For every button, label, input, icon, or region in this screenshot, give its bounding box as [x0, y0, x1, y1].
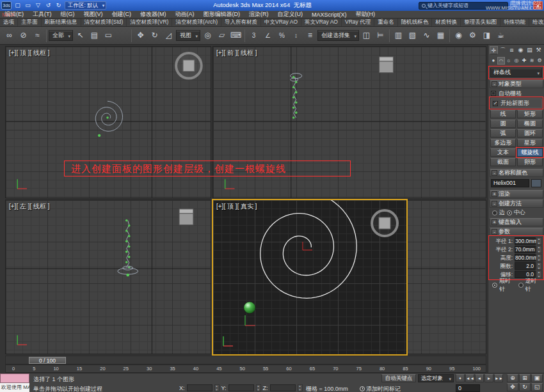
menu-customize[interactable]: 自定义(U): [273, 10, 308, 19]
curve-editor-icon[interactable]: ∿: [420, 29, 433, 42]
plugin-toolbar-button[interactable]: VRay 代理: [342, 19, 374, 26]
shape-button-ngon[interactable]: 多边形: [490, 139, 516, 147]
save-file-button[interactable]: ▽: [34, 1, 42, 10]
key-toggle-button[interactable]: ✦: [456, 374, 465, 382]
menu-views[interactable]: 视图(V): [79, 10, 108, 19]
select-and-link-icon[interactable]: ∞: [3, 29, 16, 42]
viewcube[interactable]: [372, 210, 397, 236]
time-slider[interactable]: 0 / 100: [5, 356, 486, 365]
unlink-selection-icon[interactable]: ⊘: [17, 29, 30, 42]
viewcube[interactable]: [179, 209, 193, 225]
pan-icon[interactable]: ✥: [507, 383, 518, 391]
plugin-toolbar-button[interactable]: 中文VRay AO: [261, 19, 301, 26]
plugin-toolbar-button[interactable]: 刷新结果信息: [42, 19, 81, 26]
plugin-toolbar-button[interactable]: 重命名: [374, 19, 398, 26]
close-button[interactable]: ✕: [533, 1, 543, 10]
orbit-icon[interactable]: ↻: [519, 383, 531, 391]
turns-spinner[interactable]: [536, 262, 542, 270]
category-shapes-icon[interactable]: ◠: [497, 57, 505, 65]
render-production-icon[interactable]: ☕: [494, 29, 508, 42]
z-coordinate-field[interactable]: [270, 384, 296, 391]
menu-tools[interactable]: 工具(T): [28, 10, 56, 19]
keyboard-override-icon[interactable]: ⌨: [229, 29, 243, 42]
turns-field[interactable]: 2.0: [515, 262, 536, 270]
center-radio[interactable]: [507, 210, 512, 216]
spline-type-dropdown[interactable]: 样条线: [490, 68, 542, 77]
category-lights-icon[interactable]: ☼: [505, 57, 513, 65]
plugin-toolbar-button[interactable]: 特殊功能: [500, 19, 529, 26]
shape-button-ellipse[interactable]: 椭圆: [517, 120, 543, 128]
plugin-toolbar-button[interactable]: 给改版有错误的VRayMtl: [529, 19, 544, 26]
add-time-tag[interactable]: 添加时间标记: [360, 385, 401, 392]
object-name-field[interactable]: Helix001: [491, 179, 529, 187]
viewport-label[interactable]: [+][ 前 ][ 线框 ]: [216, 49, 257, 58]
x-coordinate-field[interactable]: [187, 384, 212, 391]
redo-button[interactable]: ↻: [54, 1, 63, 10]
select-and-manipulate-icon[interactable]: ▱: [215, 29, 228, 42]
radius1-spinner[interactable]: [536, 237, 542, 245]
previous-frame-button[interactable]: ◄: [475, 374, 484, 382]
menu-edit[interactable]: 编辑(E): [0, 10, 28, 19]
menu-rendering[interactable]: 渲染(R): [244, 10, 273, 19]
category-helpers-icon[interactable]: ✚: [520, 57, 528, 65]
rendered-frame-window-icon[interactable]: ◨: [480, 29, 493, 42]
menu-graph-editors[interactable]: 图形编辑器(D): [199, 10, 245, 19]
maxscript-mini-listener[interactable]: 欢迎使用 MAXScr: [0, 383, 29, 392]
auto-key-button[interactable]: 自动关键点: [381, 374, 416, 382]
go-to-start-button[interactable]: ◄◄: [465, 374, 474, 382]
open-file-button[interactable]: ▭: [24, 1, 32, 10]
select-by-name-icon[interactable]: ▤: [88, 29, 101, 42]
start-new-shape-checkbox[interactable]: [493, 101, 498, 106]
workspace-dropdown[interactable]: 工作区: 默认: [65, 1, 106, 10]
object-color-swatch[interactable]: [531, 179, 541, 187]
rollout-parameters[interactable]: 参数: [490, 228, 543, 236]
menu-animation[interactable]: 动画(A): [171, 10, 199, 19]
zoom-all-icon[interactable]: ⊞: [519, 374, 531, 382]
snaps-toggle-icon[interactable]: 3: [247, 29, 260, 42]
shape-button-line[interactable]: 线: [490, 110, 516, 118]
viewport-label[interactable]: [+][ 顶 ][ 线框 ]: [9, 49, 50, 58]
app-logo-icon[interactable]: 3ds: [1, 1, 12, 10]
tab-display[interactable]: ▤: [525, 46, 534, 54]
radius2-field[interactable]: 70.0mm: [515, 246, 536, 253]
ribbon-toggle-icon[interactable]: ▧: [406, 29, 419, 42]
shape-button-section[interactable]: 截面: [490, 158, 516, 166]
window-crossing-icon[interactable]: [116, 29, 129, 42]
menu-group[interactable]: 组(G): [56, 10, 79, 19]
key-selection-dropdown[interactable]: 选定对象: [418, 374, 454, 382]
x-spinner[interactable]: [214, 384, 220, 391]
viewport-active-top-realistic[interactable]: [+][ 顶 ][ 真实 ]: [212, 199, 408, 356]
time-slider-handle[interactable]: 0 / 100: [29, 357, 66, 364]
category-geometry-icon[interactable]: ●: [490, 57, 497, 65]
schematic-view-icon[interactable]: ▦: [434, 29, 447, 42]
viewport-label[interactable]: [+][ 顶 ][ 真实 ]: [216, 202, 257, 211]
height-field[interactable]: 800.0mm: [515, 254, 536, 262]
menu-create[interactable]: 创建(C): [108, 10, 136, 19]
category-space-warps-icon[interactable]: ≋: [528, 57, 536, 65]
tab-modify[interactable]: ⌒: [499, 46, 507, 54]
shape-button-helix[interactable]: 螺旋线: [517, 148, 543, 157]
rectangular-selection-region-icon[interactable]: ▭: [102, 29, 115, 42]
minimize-button[interactable]: ─: [510, 1, 520, 10]
plugin-toolbar-button[interactable]: 材质转换: [432, 19, 461, 26]
mirror-icon[interactable]: ◫: [360, 29, 373, 42]
go-to-end-button[interactable]: ►►: [494, 374, 503, 382]
reference-coordinate-dropdown[interactable]: 视图: [176, 30, 200, 41]
rollout-name-and-color[interactable]: 名称和颜色: [490, 169, 543, 177]
layer-manager-icon[interactable]: ▥: [392, 29, 405, 42]
edit-named-selection-sets-icon[interactable]: ≡: [303, 29, 317, 42]
select-and-rotate-icon[interactable]: ↻: [148, 29, 161, 42]
rollout-creation-method[interactable]: 创建方法: [490, 200, 543, 208]
maximize-button[interactable]: □: [522, 1, 531, 10]
render-setup-icon[interactable]: ⚙: [466, 29, 479, 42]
plugin-toolbar-button[interactable]: 清空材质球(Arch): [172, 19, 221, 26]
plugin-toolbar-button[interactable]: 清空材质球(Std): [81, 19, 127, 26]
material-editor-icon[interactable]: ◉: [452, 29, 465, 42]
y-coordinate-field[interactable]: [228, 384, 254, 391]
shape-button-circle[interactable]: 圆: [490, 120, 516, 128]
shape-button-text[interactable]: 文本: [490, 148, 516, 157]
plugin-toolbar-button[interactable]: 选项: [0, 19, 18, 26]
shape-button-donut[interactable]: 圆环: [517, 129, 543, 137]
play-button[interactable]: ►: [484, 374, 493, 382]
y-spinner[interactable]: [256, 384, 261, 391]
